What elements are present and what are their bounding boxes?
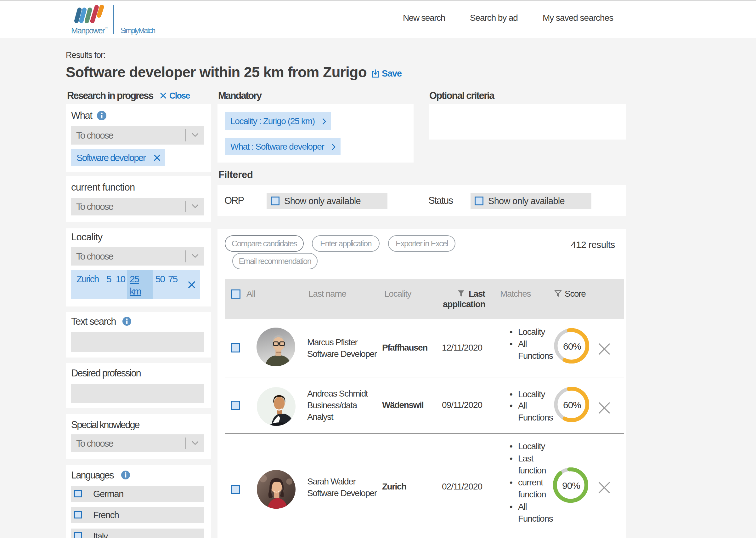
svg-text:Manpower: Manpower xyxy=(71,26,105,35)
svg-text:SimplyMatch: SimplyMatch xyxy=(120,26,155,35)
svg-text:®: ® xyxy=(106,27,108,29)
